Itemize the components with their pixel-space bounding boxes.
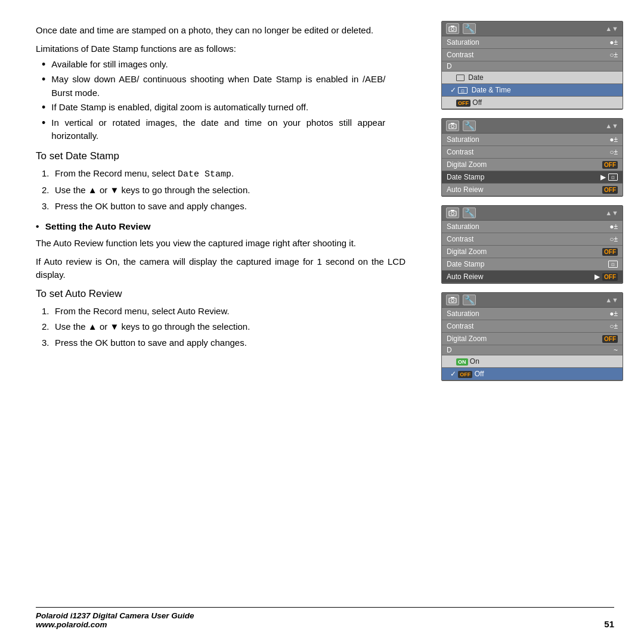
digital-zoom-label: Digital Zoom xyxy=(447,160,487,169)
svg-point-4 xyxy=(451,125,454,128)
auto-review-title-text: Setting the Auto Review xyxy=(45,221,151,231)
digital-zoom-label: Digital Zoom xyxy=(447,247,487,256)
camera-mode-icon xyxy=(446,23,459,34)
camera-panel-2: 🔧 ▲▼ Saturation ●± Contrast ○± Digital Z… xyxy=(441,118,623,197)
panel-header-left: 🔧 xyxy=(446,120,476,131)
digital-zoom-value: OFF xyxy=(602,335,618,343)
contrast-label: Contrast xyxy=(447,322,473,330)
footer: Polaroid i1237 Digital Camera User Guide… xyxy=(36,607,614,629)
svg-rect-11 xyxy=(451,297,454,298)
camera-panel-3: 🔧 ▲▼ Saturation ●± Contrast ○± Digital Z… xyxy=(441,205,623,284)
dropdown-on: ON On xyxy=(442,355,623,368)
off-option-selected: ✓ OFF Off xyxy=(450,370,484,378)
step-number: 2. xyxy=(42,320,50,334)
saturation-value: ●± xyxy=(609,135,618,144)
auto-review-desc2: If Auto review is On, the camera will di… xyxy=(36,255,405,282)
nav-arrows: ▲▼ xyxy=(605,209,618,216)
auto-review-steps: 1. From the Record menu, select Auto Rev… xyxy=(42,305,405,350)
limitations-title: Limitations of Date Stamp functions are … xyxy=(36,42,405,56)
saturation-label: Saturation xyxy=(447,135,479,144)
panel-header: 🔧 ▲▼ xyxy=(442,21,623,36)
date-stamp-label: Date Stamp xyxy=(447,173,484,181)
step-number: 3. xyxy=(42,200,50,213)
saturation-row: Saturation ●± xyxy=(442,134,623,146)
panels-container: 🔧 ▲▼ Saturation ●± Contrast ○± D xyxy=(441,21,623,381)
d-row: D ~ xyxy=(442,345,623,355)
saturation-label: Saturation xyxy=(447,222,479,231)
date-option: Date xyxy=(456,73,484,82)
step-text: Use the ▲ or ▼ keys to go through the se… xyxy=(55,184,383,197)
step-item: 1. From the Record menu, select Date Sta… xyxy=(42,167,405,182)
step-text: From the Record menu, select Auto Review… xyxy=(55,305,383,318)
list-item-text: Available for still images only. xyxy=(51,58,385,72)
auto-review-row: Auto Reiew OFF xyxy=(442,184,623,196)
bullet-icon: • xyxy=(36,221,39,231)
date-stamp-steps: 1. From the Record menu, select Date Sta… xyxy=(42,167,405,213)
camera-panel-4: 🔧 ▲▼ Saturation ●± Contrast ○± Digital Z… xyxy=(441,292,623,381)
camera-mode-icon xyxy=(446,295,459,305)
camera-mode-icon xyxy=(446,120,459,131)
auto-review-desc1: The Auto Review function lets you view t… xyxy=(36,237,405,250)
list-item: May slow down AEB/ continuous shooting w… xyxy=(42,73,405,100)
auto-review-value: OFF xyxy=(602,186,618,194)
auto-review-value: ▶ OFF xyxy=(595,273,618,281)
d-label: D xyxy=(447,62,452,70)
website: www.polaroid.com xyxy=(36,620,194,629)
tilde: ~ xyxy=(614,346,618,354)
d-label: D xyxy=(447,346,452,354)
digital-zoom-row: Digital Zoom OFF xyxy=(442,333,623,345)
auto-review-label: Auto Reiew xyxy=(447,185,483,194)
step-number: 1. xyxy=(42,305,50,318)
svg-rect-2 xyxy=(451,26,454,27)
off-option: OFF Off xyxy=(456,98,482,107)
left-column: Once date and time are stamped on a phot… xyxy=(36,24,405,355)
auto-review-set-title: To set Auto Review xyxy=(36,288,405,300)
digital-zoom-value: OFF xyxy=(602,161,618,169)
panel-header: 🔧 ▲▼ xyxy=(442,119,623,134)
saturation-value: ●± xyxy=(609,38,618,47)
brand-name: Polaroid i1237 Digital Camera User Guide xyxy=(36,611,194,620)
contrast-value: ○± xyxy=(609,322,618,330)
step-number: 1. xyxy=(42,167,50,181)
bullet-list: Available for still images only. May slo… xyxy=(42,58,405,143)
panel-header: 🔧 ▲▼ xyxy=(442,293,623,308)
intro-text: Once date and time are stamped on a phot… xyxy=(36,24,405,38)
saturation-label: Saturation xyxy=(447,38,479,47)
step-text: Use the ▲ or ▼ keys to go through the se… xyxy=(55,320,383,334)
saturation-value: ●± xyxy=(609,309,618,318)
step-text: From the Record menu, select Date Stamp. xyxy=(55,167,383,182)
arrow-right-icon: ▶ xyxy=(595,273,600,281)
auto-review-title: • Setting the Auto Review xyxy=(36,221,405,232)
dropdown-date-time: ✓ ⊡ Date & Time xyxy=(442,84,623,97)
saturation-value: ●± xyxy=(609,222,618,231)
panel-header: 🔧 ▲▼ xyxy=(442,206,623,221)
svg-point-1 xyxy=(451,28,454,31)
step-text: Press the OK button to save and apply ch… xyxy=(55,200,383,213)
contrast-row: Contrast ○± xyxy=(442,320,623,333)
off-tag: OFF xyxy=(602,273,618,281)
step-item: 3. Press the OK button to save and apply… xyxy=(42,336,405,350)
svg-rect-8 xyxy=(451,210,454,211)
list-item: If Date Stamp is enabled, digital zoom i… xyxy=(42,101,405,114)
date-stamp-icon: ⊡ xyxy=(608,261,618,268)
step-item: 1. From the Record menu, select Auto Rev… xyxy=(42,305,405,318)
list-item-text: If Date Stamp is enabled, digital zoom i… xyxy=(51,101,385,114)
step-number: 2. xyxy=(42,184,50,197)
list-item-text: May slow down AEB/ continuous shooting w… xyxy=(51,73,385,100)
svg-point-10 xyxy=(451,299,454,302)
step-text: Press the OK button to save and apply ch… xyxy=(55,336,383,350)
dropdown-off-selected: ✓ OFF Off xyxy=(442,368,623,380)
step-item: 3. Press the OK button to save and apply… xyxy=(42,200,405,213)
list-item: Available for still images only. xyxy=(42,58,405,72)
dropdown-date: Date xyxy=(442,72,623,84)
step-item: 2. Use the ▲ or ▼ keys to go through the… xyxy=(42,320,405,334)
camera-panel-1: 🔧 ▲▼ Saturation ●± Contrast ○± D xyxy=(441,21,623,110)
dropdown-off: OFF Off xyxy=(442,97,623,109)
settings-icon: 🔧 xyxy=(463,120,476,131)
date-time-option: ✓ ⊡ Date & Time xyxy=(450,86,511,94)
date-stamp-row: Date Stamp ▶ ⊡ xyxy=(442,171,623,184)
step-number: 3. xyxy=(42,336,50,350)
svg-rect-5 xyxy=(451,123,454,124)
arrow-right-icon: ▶ xyxy=(600,173,606,181)
date-stamp-value: ▶ ⊡ xyxy=(600,173,618,181)
